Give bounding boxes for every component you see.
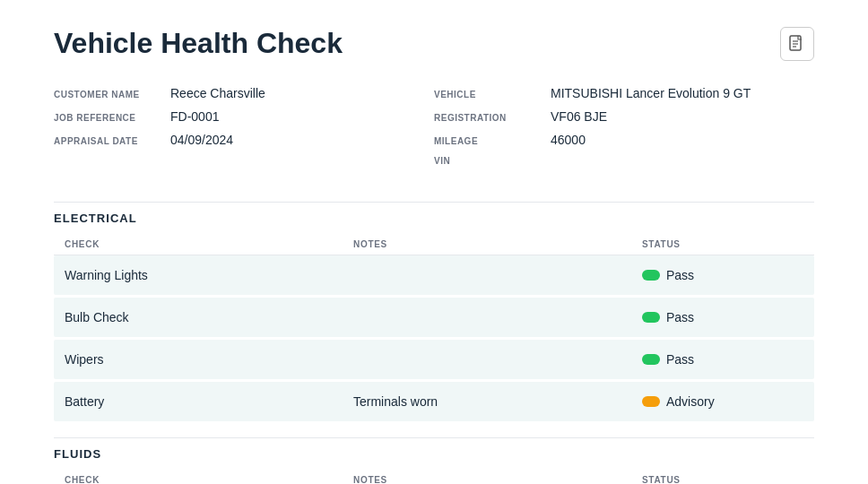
cell-notes: [353, 352, 642, 367]
page-title: Vehicle Health Check: [54, 27, 343, 60]
meta-row: JOB REFERENCE FD-0001: [54, 109, 434, 124]
status-dot-pass: [642, 312, 660, 323]
meta-label: REGISTRATION: [434, 113, 551, 123]
cell-notes: [353, 310, 642, 324]
meta-left: CUSTOMER NAME Reece Charsville JOB REFER…: [54, 86, 434, 175]
pdf-icon: [789, 35, 805, 53]
meta-label: VIN: [434, 156, 551, 166]
table-row: Bulb CheckPass: [54, 298, 814, 337]
cell-check: Wipers: [65, 352, 353, 367]
table-row: WipersPass: [54, 340, 814, 379]
sections-container: ELECTRICALCHECKNOTESSTATUSWarning Lights…: [54, 202, 814, 484]
status-text: Pass: [666, 352, 694, 367]
table-header-cell: STATUS: [642, 475, 803, 484]
meta-value: FD-0001: [170, 109, 219, 124]
meta-row: MILEAGE 46000: [434, 133, 814, 147]
svg-rect-0: [790, 36, 801, 50]
meta-label: VEHICLE: [434, 90, 551, 99]
cell-check: Battery: [65, 394, 353, 409]
status-dot-pass: [642, 354, 660, 365]
meta-right: VEHICLE MITSUBISHI Lancer Evolution 9 GT…: [434, 86, 814, 175]
cell-notes: [353, 268, 642, 282]
section-divider: [54, 437, 814, 438]
meta-label: JOB REFERENCE: [54, 113, 170, 123]
cell-notes: Terminals worn: [353, 394, 642, 409]
meta-label: APPRAISAL DATE: [54, 136, 170, 146]
cell-status: Advisory: [642, 394, 803, 409]
meta-label: CUSTOMER NAME: [54, 90, 170, 99]
status-dot-advisory: [642, 396, 660, 407]
pdf-button[interactable]: [780, 27, 814, 61]
table-header-cell: CHECK: [65, 475, 353, 484]
table-header-cell: NOTES: [353, 239, 642, 249]
cell-status: Pass: [642, 352, 803, 367]
meta-value: Reece Charsville: [170, 86, 265, 100]
table-header-cell: NOTES: [353, 475, 642, 484]
page-header: Vehicle Health Check: [54, 27, 814, 61]
table-row: Warning LightsPass: [54, 255, 814, 295]
cell-check: Bulb Check: [65, 310, 353, 324]
table-row: BatteryTerminals wornAdvisory: [54, 382, 814, 421]
meta-value: MITSUBISHI Lancer Evolution 9 GT: [551, 86, 751, 100]
meta-section: CUSTOMER NAME Reece Charsville JOB REFER…: [54, 86, 814, 175]
table-header: CHECKNOTESSTATUS: [54, 234, 814, 255]
cell-check: Warning Lights: [65, 268, 353, 282]
meta-value: VF06 BJE: [551, 109, 607, 124]
table-header-cell: CHECK: [65, 239, 353, 249]
meta-label: MILEAGE: [434, 136, 551, 146]
table-header-cell: STATUS: [642, 239, 803, 249]
status-text: Advisory: [666, 394, 715, 409]
meta-row: VEHICLE MITSUBISHI Lancer Evolution 9 GT: [434, 86, 814, 100]
cell-status: Pass: [642, 268, 803, 282]
meta-row: VIN: [434, 156, 814, 166]
meta-row: CUSTOMER NAME Reece Charsville: [54, 86, 434, 100]
section-title: ELECTRICAL: [54, 212, 814, 225]
status-text: Pass: [666, 268, 694, 282]
meta-value: 46000: [551, 133, 586, 147]
meta-row: APPRAISAL DATE 04/09/2024: [54, 133, 434, 147]
status-dot-pass: [642, 270, 660, 281]
table-header: CHECKNOTESSTATUS: [54, 470, 814, 484]
cell-status: Pass: [642, 310, 803, 324]
section-title: FLUIDS: [54, 447, 814, 461]
meta-value: 04/09/2024: [170, 133, 233, 147]
meta-row: REGISTRATION VF06 BJE: [434, 109, 814, 124]
status-text: Pass: [666, 310, 694, 324]
section-divider: [54, 202, 814, 203]
